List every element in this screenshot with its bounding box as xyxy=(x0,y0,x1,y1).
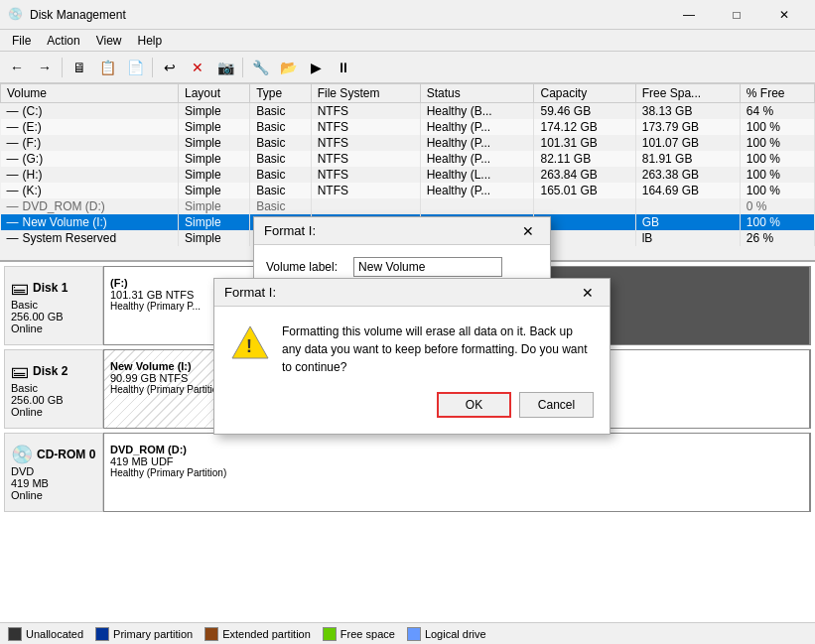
volume-label-input[interactable] xyxy=(353,257,502,277)
disk-name: Disk 1 xyxy=(33,281,68,295)
refresh-button[interactable]: 📷 xyxy=(212,55,238,80)
table-cell: 0 % xyxy=(740,198,814,214)
table-cell: NTFS xyxy=(311,135,420,151)
confirm-title-text: Format I: xyxy=(224,285,576,300)
table-row[interactable]: —(K:)SimpleBasicNTFSHealthy (P...165.01 … xyxy=(1,183,815,198)
legend-logical-box xyxy=(407,627,421,641)
table-cell: Simple xyxy=(179,167,250,183)
table-cell: NTFS xyxy=(311,103,420,120)
menu-view[interactable]: View xyxy=(88,32,130,50)
table-cell: Healthy (P... xyxy=(420,183,534,198)
table-cell: 64 % xyxy=(740,103,814,120)
table-cell: —DVD_ROM (D:) xyxy=(1,198,179,214)
tool-button[interactable]: 🔧 xyxy=(247,55,273,80)
table-cell: 100 % xyxy=(740,119,814,135)
table-cell: 263.84 GB xyxy=(534,167,635,183)
minimize-button[interactable]: — xyxy=(666,0,712,30)
delete-button[interactable]: ✕ xyxy=(185,55,210,80)
table-cell: Healthy (P... xyxy=(420,119,534,135)
app-title: Disk Management xyxy=(30,8,666,22)
disk-name: Disk 2 xyxy=(33,364,68,378)
col-fs: File System xyxy=(311,84,420,103)
table-cell: —(F:) xyxy=(1,135,179,151)
partition-status: Healthy (Primary Partition) xyxy=(110,467,803,478)
table-cell: 101.31 GB xyxy=(534,135,635,151)
format-bg-close-button[interactable]: ✕ xyxy=(516,219,540,243)
table-cell: 174.12 GB xyxy=(534,119,635,135)
legend-free-label: Free space xyxy=(340,628,395,640)
table-cell: NTFS xyxy=(311,119,420,135)
close-button[interactable]: ✕ xyxy=(761,0,807,30)
legend-free-box xyxy=(323,627,337,641)
legend: Unallocated Primary partition Extended p… xyxy=(0,622,815,644)
table-cell: 263.38 GB xyxy=(635,167,740,183)
table-cell: GB xyxy=(635,214,740,230)
partition-size: 419 MB UDF xyxy=(110,455,803,467)
col-type: Type xyxy=(250,84,312,103)
format-bg-title-text: Format I: xyxy=(264,223,516,238)
computer-button[interactable]: 🖥 xyxy=(67,55,92,80)
properties-button[interactable]: 📋 xyxy=(94,55,120,80)
disk-status: Online xyxy=(11,489,96,501)
table-cell xyxy=(534,198,635,214)
menu-action[interactable]: Action xyxy=(39,32,87,50)
table-cell: 165.01 GB xyxy=(534,183,635,198)
table-row[interactable]: —(E:)SimpleBasicNTFSHealthy (P...174.12 … xyxy=(1,119,815,135)
confirm-close-button[interactable]: ✕ xyxy=(576,281,600,305)
col-capacity: Capacity xyxy=(534,84,635,103)
table-cell xyxy=(311,198,420,214)
table-cell: —(E:) xyxy=(1,119,179,135)
confirm-content: ! Formatting this volume will erase all … xyxy=(230,322,594,376)
table-cell: 81.91 GB xyxy=(635,151,740,167)
ok-button[interactable]: OK xyxy=(437,392,511,418)
table-cell: Healthy (P... xyxy=(420,135,534,151)
maximize-button[interactable]: □ xyxy=(714,0,759,30)
legend-extended: Extended partition xyxy=(204,627,311,641)
partition[interactable]: DVD_ROM (D:) 419 MB UDF Healthy (Primary… xyxy=(104,434,810,511)
legend-unallocated-box xyxy=(8,627,22,641)
disk-label: 💿CD-ROM 0 DVD 419 MB Online xyxy=(4,433,103,512)
table-cell: 38.13 GB xyxy=(635,103,740,120)
undo-button[interactable]: ↩ xyxy=(157,55,183,80)
table-cell: —System Reserved xyxy=(1,230,179,246)
pause-button[interactable]: ⏸ xyxy=(331,55,356,80)
table-cell: Simple xyxy=(179,230,250,246)
disk-label: 🖴Disk 2 Basic 256.00 GB Online xyxy=(4,349,103,429)
table-row[interactable]: —(G:)SimpleBasicNTFSHealthy (P...82.11 G… xyxy=(1,151,815,167)
back-button[interactable]: ← xyxy=(4,55,30,80)
table-cell: 100 % xyxy=(740,167,814,183)
table-row[interactable]: —(H:)SimpleBasicNTFSHealthy (L...263.84 … xyxy=(1,167,815,183)
table-cell: 100 % xyxy=(740,151,814,167)
window-controls: — □ ✕ xyxy=(666,0,807,30)
confirm-buttons: OK Cancel xyxy=(230,392,594,418)
table-cell: Simple xyxy=(179,135,250,151)
svg-text:!: ! xyxy=(246,336,252,356)
menu-file[interactable]: File xyxy=(4,32,39,50)
format-confirm-dialog: Format I: ✕ ! Formatting this volume wil… xyxy=(213,278,611,435)
cancel-button[interactable]: Cancel xyxy=(519,392,594,418)
disk-row: 💿CD-ROM 0 DVD 419 MB OnlineDVD_ROM (D:) … xyxy=(4,433,811,512)
table-cell: 173.79 GB xyxy=(635,119,740,135)
table-row[interactable]: —DVD_ROM (D:)SimpleBasic0 % xyxy=(1,198,815,214)
table-cell: Healthy (L... xyxy=(420,167,534,183)
forward-button[interactable]: → xyxy=(32,55,58,80)
toolbar: ← → 🖥 📋 📄 ↩ ✕ 📷 🔧 📂 ▶ ⏸ xyxy=(0,52,815,83)
folder-button[interactable]: 📂 xyxy=(275,55,301,80)
table-cell: Simple xyxy=(179,103,250,120)
disk-label: 🖴Disk 1 Basic 256.00 GB Online xyxy=(4,266,103,345)
table-cell: 100 % xyxy=(740,183,814,198)
disk-type: Basic xyxy=(11,299,96,311)
play-button[interactable]: ▶ xyxy=(303,55,329,80)
menu-help[interactable]: Help xyxy=(130,32,171,50)
table-cell: Healthy (B... xyxy=(420,103,534,120)
col-layout: Layout xyxy=(179,84,250,103)
format-bg-title-bar: Format I: ✕ xyxy=(254,217,550,245)
table-cell: Basic xyxy=(250,119,312,135)
disk-status: Online xyxy=(11,406,96,418)
table-row[interactable]: —(C:)SimpleBasicNTFSHealthy (B...59.46 G… xyxy=(1,103,815,120)
table-cell: NTFS xyxy=(311,183,420,198)
confirm-title-bar: Format I: ✕ xyxy=(214,279,610,307)
menu-bar: File Action View Help xyxy=(0,30,815,52)
table-row[interactable]: —(F:)SimpleBasicNTFSHealthy (P...101.31 … xyxy=(1,135,815,151)
doc-button[interactable]: 📄 xyxy=(122,55,148,80)
